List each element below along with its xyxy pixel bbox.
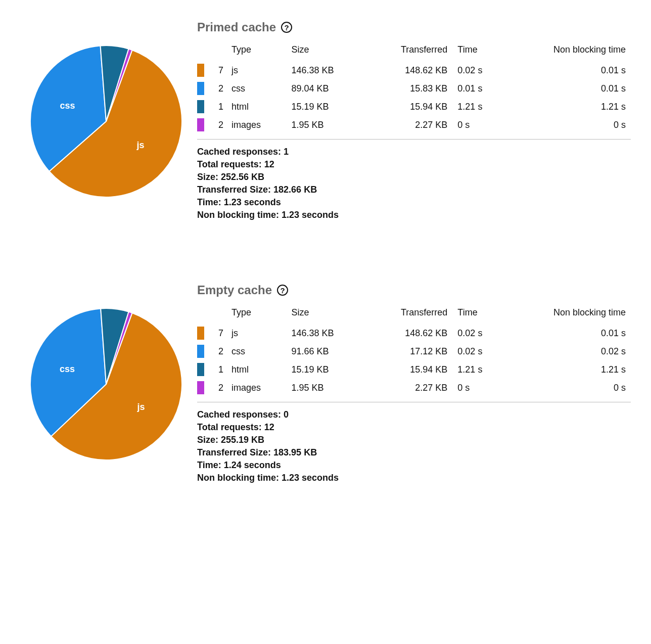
pie-chart: jscss: [25, 40, 187, 202]
summary-total: Total requests: 12: [197, 159, 631, 170]
divider: [197, 139, 631, 140]
row-size: 146.38 KB: [287, 324, 366, 342]
resource-table: Type Size Transferred Time Non blocking …: [197, 304, 631, 397]
row-size: 15.19 KB: [287, 360, 366, 379]
summary-total: Total requests: 12: [197, 422, 631, 433]
row-count: 7: [209, 324, 226, 342]
row-time: 0.02 s: [452, 324, 505, 342]
pie-chart-container: jscss: [20, 283, 192, 465]
row-count: 2: [209, 342, 226, 360]
row-size: 15.19 KB: [287, 98, 366, 116]
th-size: Size: [287, 304, 366, 324]
pie-label-js: js: [136, 402, 145, 412]
pie-chart: jscss: [25, 303, 187, 465]
th-transferred: Transferred: [366, 304, 453, 324]
divider: [197, 402, 631, 402]
row-type: html: [226, 98, 287, 116]
row-type: css: [226, 342, 287, 360]
row-time: 0 s: [452, 116, 505, 134]
th-nbt: Non blocking time: [505, 41, 631, 61]
summary-size: Size: 252.56 KB: [197, 172, 631, 182]
row-nbt: 0.01 s: [505, 79, 631, 98]
row-count: 2: [209, 379, 226, 397]
pie-label-css: css: [60, 364, 75, 374]
table-row: 7 js 146.38 KB 148.62 KB 0.02 s 0.01 s: [197, 324, 631, 342]
row-transferred: 148.62 KB: [366, 61, 453, 79]
th-time: Time: [452, 304, 505, 324]
pie-label-css: css: [60, 101, 75, 111]
swatch-images: [197, 118, 204, 131]
section-title: Primed cache: [197, 20, 276, 34]
row-type: html: [226, 360, 287, 379]
help-icon[interactable]: ?: [281, 22, 292, 33]
row-count: 7: [209, 61, 226, 79]
row-time: 1.21 s: [452, 360, 505, 379]
row-count: 1: [209, 360, 226, 379]
row-count: 1: [209, 98, 226, 116]
summary-tsize: Transferred Size: 182.66 KB: [197, 185, 631, 195]
section-empty: jscss Empty cache ? Type Size Transferre…: [20, 283, 631, 485]
row-time: 0 s: [452, 379, 505, 397]
swatch-css: [197, 345, 204, 358]
table-row: 2 images 1.95 KB 2.27 KB 0 s 0 s: [197, 116, 631, 134]
row-size: 1.95 KB: [287, 379, 366, 397]
row-type: images: [226, 116, 287, 134]
pie-chart-container: jscss: [20, 20, 192, 202]
summary-size: Size: 255.19 KB: [197, 435, 631, 445]
pie-label-js: js: [136, 140, 145, 150]
row-time: 0.01 s: [452, 79, 505, 98]
th-transferred: Transferred: [366, 41, 453, 61]
summary-cached: Cached responses: 1: [197, 147, 631, 157]
summary-tsize: Transferred Size: 183.95 KB: [197, 447, 631, 458]
th-size: Size: [287, 41, 366, 61]
row-size: 1.95 KB: [287, 116, 366, 134]
resource-table: Type Size Transferred Time Non blocking …: [197, 41, 631, 134]
table-row: 1 html 15.19 KB 15.94 KB 1.21 s 1.21 s: [197, 360, 631, 379]
table-row: 7 js 146.38 KB 148.62 KB 0.02 s 0.01 s: [197, 61, 631, 79]
row-time: 0.02 s: [452, 61, 505, 79]
row-transferred: 15.94 KB: [366, 98, 453, 116]
row-nbt: 1.21 s: [505, 360, 631, 379]
row-transferred: 2.27 KB: [366, 116, 453, 134]
row-nbt: 0 s: [505, 116, 631, 134]
th-nbt: Non blocking time: [505, 304, 631, 324]
summary-time: Time: 1.23 seconds: [197, 197, 631, 208]
th-type: Type: [226, 41, 287, 61]
row-count: 2: [209, 116, 226, 134]
swatch-images: [197, 381, 204, 394]
row-transferred: 15.83 KB: [366, 79, 453, 98]
row-size: 146.38 KB: [287, 61, 366, 79]
help-icon[interactable]: ?: [277, 285, 288, 296]
summary-cached: Cached responses: 0: [197, 409, 631, 420]
row-count: 2: [209, 79, 226, 98]
table-row: 1 html 15.19 KB 15.94 KB 1.21 s 1.21 s: [197, 98, 631, 116]
row-nbt: 0.01 s: [505, 61, 631, 79]
row-type: images: [226, 379, 287, 397]
swatch-js: [197, 327, 204, 340]
swatch-html: [197, 100, 204, 113]
section-title: Empty cache: [197, 283, 272, 297]
th-type: Type: [226, 304, 287, 324]
row-size: 89.04 KB: [287, 79, 366, 98]
summary-nbt: Non blocking time: 1.23 seconds: [197, 473, 631, 483]
row-type: css: [226, 79, 287, 98]
row-nbt: 1.21 s: [505, 98, 631, 116]
summary-time: Time: 1.24 seconds: [197, 460, 631, 471]
row-transferred: 17.12 KB: [366, 342, 453, 360]
row-transferred: 148.62 KB: [366, 324, 453, 342]
table-row: 2 css 89.04 KB 15.83 KB 0.01 s 0.01 s: [197, 79, 631, 98]
section-primed: jscss Primed cache ? Type Size Transferr…: [20, 20, 631, 222]
table-row: 2 images 1.95 KB 2.27 KB 0 s 0 s: [197, 379, 631, 397]
summary-nbt: Non blocking time: 1.23 seconds: [197, 210, 631, 220]
th-time: Time: [452, 41, 505, 61]
swatch-css: [197, 82, 204, 95]
row-time: 0.02 s: [452, 342, 505, 360]
swatch-js: [197, 64, 204, 77]
swatch-html: [197, 363, 204, 376]
row-transferred: 15.94 KB: [366, 360, 453, 379]
row-time: 1.21 s: [452, 98, 505, 116]
row-type: js: [226, 324, 287, 342]
row-nbt: 0.02 s: [505, 342, 631, 360]
row-type: js: [226, 61, 287, 79]
row-nbt: 0 s: [505, 379, 631, 397]
